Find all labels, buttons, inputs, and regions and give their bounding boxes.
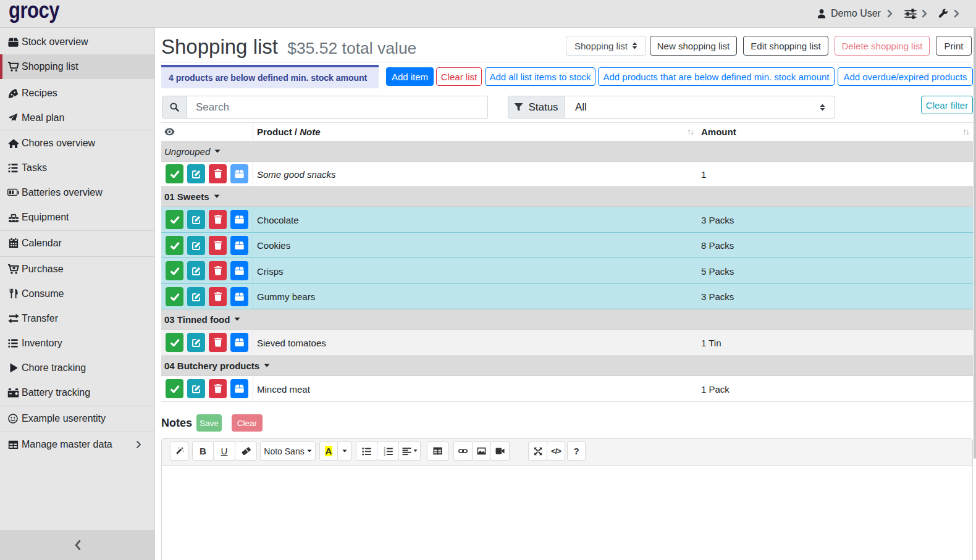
svg-text:3: 3: [384, 453, 385, 456]
